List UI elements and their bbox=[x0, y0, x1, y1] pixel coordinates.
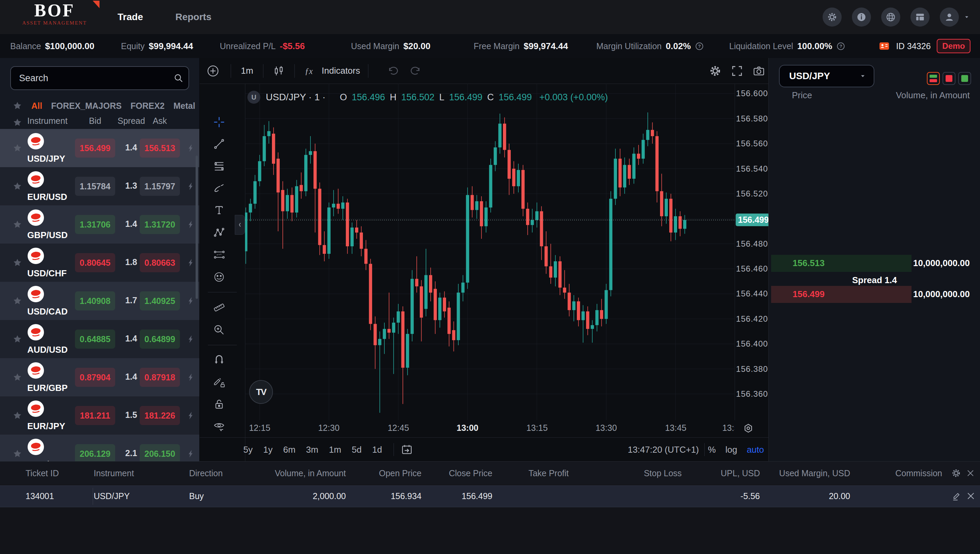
star-icon[interactable] bbox=[12, 410, 22, 421]
bid-price-button[interactable]: 0.80645 bbox=[75, 253, 115, 272]
instrument-row-eur-usd[interactable]: EUR/USD1.157841.31.15797 bbox=[0, 167, 199, 205]
bid-price-button[interactable]: 1.31706 bbox=[75, 215, 115, 234]
ask-price-button[interactable]: 0.64899 bbox=[140, 329, 180, 349]
bid-price-button[interactable]: 181.211 bbox=[75, 406, 115, 425]
quick-trade-bolt-icon[interactable] bbox=[186, 143, 196, 153]
bid-row[interactable]: 156.499 10,000,000.00 bbox=[769, 286, 980, 303]
quick-trade-bolt-icon[interactable] bbox=[186, 219, 196, 230]
hide-drawings-icon[interactable] bbox=[213, 420, 226, 433]
redo-button[interactable] bbox=[410, 58, 423, 84]
bid-price-button[interactable]: 206.129 bbox=[75, 444, 115, 461]
account-button[interactable] bbox=[940, 8, 959, 27]
quick-trade-bolt-icon[interactable] bbox=[186, 295, 196, 307]
drawing-lock-icon[interactable] bbox=[213, 375, 226, 388]
bid-price-button[interactable]: 0.64885 bbox=[75, 329, 115, 349]
trend-line-icon[interactable] bbox=[213, 137, 226, 150]
add-symbol-button[interactable] bbox=[207, 58, 219, 84]
close-panel-icon[interactable] bbox=[966, 468, 975, 478]
ask-price-button[interactable]: 0.87918 bbox=[140, 368, 180, 387]
quick-trade-bolt-icon[interactable] bbox=[186, 372, 196, 383]
chart-style-button[interactable] bbox=[273, 58, 285, 84]
watchlist-scrollbar[interactable] bbox=[196, 156, 198, 299]
goto-date-calendar-icon[interactable] bbox=[401, 444, 413, 456]
crosshair-icon[interactable] bbox=[213, 116, 226, 129]
range-button-1y[interactable]: 1y bbox=[263, 444, 272, 455]
info-button[interactable] bbox=[852, 8, 871, 27]
auto-scale-button[interactable]: auto bbox=[746, 444, 764, 455]
star-icon[interactable] bbox=[12, 372, 22, 382]
range-button-5d[interactable]: 5d bbox=[352, 444, 361, 455]
quick-trade-bolt-icon[interactable] bbox=[186, 181, 196, 192]
ask-price-button[interactable]: 206.150 bbox=[140, 444, 180, 461]
close-position-icon[interactable] bbox=[966, 491, 976, 501]
orderbook-layout-buy-button[interactable] bbox=[958, 72, 971, 85]
table-settings-icon[interactable] bbox=[951, 468, 961, 478]
instrument-row-gbp-jpy[interactable]: GBP/JPY206.1292.1206.150 bbox=[0, 434, 199, 461]
range-button-1d[interactable]: 1d bbox=[372, 444, 382, 455]
star-icon[interactable] bbox=[12, 143, 22, 153]
interval-button[interactable]: 1m bbox=[241, 58, 253, 84]
clock[interactable]: 13:47:20 (UTC+1) bbox=[628, 437, 699, 461]
bid-price-button[interactable]: 156.499 bbox=[75, 139, 115, 158]
bid-price-button[interactable]: 1.40908 bbox=[75, 291, 115, 310]
orderbook-layout-sell-button[interactable] bbox=[942, 72, 956, 85]
time-axis[interactable]: 12:1512:3012:4513:0013:1513:3013:4513:55 bbox=[245, 420, 735, 437]
ask-row[interactable]: 156.513 10,000,000.00 bbox=[769, 255, 980, 272]
position-row[interactable]: 134001USD/JPYBuy2,000.00156.934156.499-5… bbox=[0, 485, 980, 507]
category-tab-metal[interactable]: Metal bbox=[173, 101, 195, 111]
ask-price-button[interactable]: 181.226 bbox=[140, 406, 180, 425]
favorites-star-icon[interactable] bbox=[12, 101, 22, 111]
range-button-6m[interactable]: 6m bbox=[283, 444, 296, 455]
quick-trade-bolt-icon[interactable] bbox=[186, 448, 196, 459]
language-button[interactable] bbox=[881, 8, 900, 27]
chevron-down-icon[interactable] bbox=[964, 15, 970, 19]
instrument-row-eur-jpy[interactable]: EUR/JPY181.2111.5181.226 bbox=[0, 396, 199, 434]
star-icon[interactable] bbox=[12, 296, 22, 306]
tab-trade[interactable]: Trade bbox=[118, 11, 143, 22]
ask-price-button[interactable]: 1.15797 bbox=[140, 177, 180, 196]
undo-button[interactable] bbox=[386, 58, 398, 84]
percent-scale-button[interactable]: % bbox=[708, 444, 716, 455]
star-icon[interactable] bbox=[12, 334, 22, 344]
ask-price-button[interactable]: 156.513 bbox=[140, 139, 180, 158]
star-icon[interactable] bbox=[12, 219, 22, 230]
price-axis[interactable]: 156.600156.580156.560156.540156.520156.4… bbox=[735, 84, 769, 420]
fib-retracement-icon[interactable] bbox=[213, 160, 226, 172]
help-icon[interactable]: ? bbox=[695, 42, 704, 51]
indicators-button[interactable]: ƒx Indicators bbox=[304, 58, 360, 84]
instrument-row-usd-cad[interactable]: USD/CAD1.409081.71.40925 bbox=[0, 282, 199, 320]
bid-price-button[interactable]: 1.15784 bbox=[75, 177, 115, 196]
tab-reports[interactable]: Reports bbox=[175, 11, 212, 22]
help-icon[interactable]: ? bbox=[836, 42, 845, 51]
log-scale-button[interactable]: log bbox=[725, 444, 737, 455]
category-tab-forex2[interactable]: FOREX2 bbox=[130, 101, 165, 111]
range-button-3m[interactable]: 3m bbox=[306, 444, 318, 455]
zoom-in-icon[interactable] bbox=[213, 323, 226, 336]
quick-trade-bolt-icon[interactable] bbox=[186, 257, 196, 268]
snapshot-button[interactable] bbox=[753, 58, 765, 84]
star-icon[interactable] bbox=[12, 449, 22, 459]
chart-settings-button[interactable] bbox=[709, 58, 721, 84]
ask-price-button[interactable]: 1.31720 bbox=[140, 215, 180, 234]
range-button-1m[interactable]: 1m bbox=[329, 444, 341, 455]
instrument-row-eur-gbp[interactable]: EUR/GBP0.879041.40.87918 bbox=[0, 358, 199, 396]
instrument-row-gbp-usd[interactable]: GBP/USD1.317061.41.31720 bbox=[0, 205, 199, 244]
ruler-icon[interactable] bbox=[213, 301, 226, 314]
ask-price-button[interactable]: 0.80663 bbox=[140, 253, 180, 272]
category-tab-all[interactable]: All bbox=[31, 101, 42, 111]
xabcd-pattern-icon[interactable] bbox=[213, 226, 226, 239]
category-tab-forex_majors[interactable]: FOREX_MAJORS bbox=[51, 101, 122, 111]
emoji-icon[interactable] bbox=[213, 270, 226, 284]
forecast-icon[interactable] bbox=[213, 248, 226, 261]
collapse-watchlist-button[interactable] bbox=[235, 215, 245, 235]
instrument-row-aud-usd[interactable]: AUD/USD0.648851.40.64899 bbox=[0, 320, 199, 358]
axis-settings-icon[interactable] bbox=[742, 422, 754, 434]
layout-button[interactable] bbox=[910, 8, 929, 27]
orderbook-layout-split-button[interactable] bbox=[927, 72, 940, 85]
symbol-dropdown[interactable]: USD/JPY bbox=[779, 65, 874, 87]
star-icon[interactable] bbox=[12, 257, 22, 268]
chart-canvas[interactable] bbox=[245, 84, 735, 420]
quick-trade-bolt-icon[interactable] bbox=[186, 410, 196, 421]
magnet-icon[interactable] bbox=[213, 353, 226, 366]
edit-position-icon[interactable] bbox=[951, 491, 962, 501]
